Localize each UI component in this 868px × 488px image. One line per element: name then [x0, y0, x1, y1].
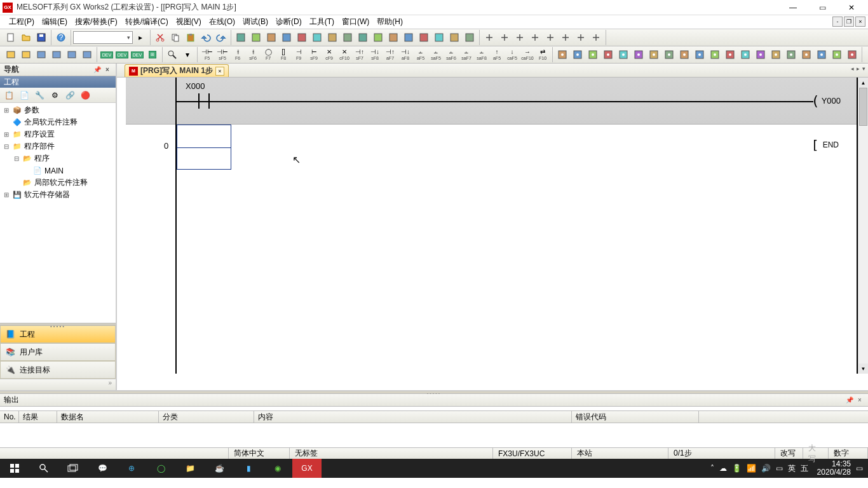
- fn-F8[interactable]: []F8: [276, 47, 290, 62]
- tree-node-5[interactable]: 📄MAIN: [0, 165, 116, 177]
- tray-up-icon[interactable]: ˄: [710, 464, 714, 473]
- menu-tool[interactable]: 工具(T): [306, 15, 338, 29]
- tree-node-6[interactable]: 📂局部软元件注释: [0, 177, 116, 189]
- tb-misc-13[interactable]: [754, 48, 768, 62]
- tb-view-2[interactable]: [34, 48, 48, 62]
- tray-network-icon[interactable]: 📶: [747, 464, 756, 473]
- menu-edit[interactable]: 编辑(E): [38, 15, 71, 29]
- tb-dev-6[interactable]: [325, 30, 339, 44]
- tb-view-4[interactable]: [65, 48, 79, 62]
- tb-nav-7[interactable]: [589, 30, 603, 44]
- tree-expander-icon[interactable]: ⊟: [3, 143, 10, 150]
- dropdown-go[interactable]: ▸: [133, 30, 147, 44]
- tab-menu-icon[interactable]: ▾: [862, 65, 865, 72]
- tab-close-button[interactable]: ×: [215, 67, 224, 76]
- taskbar-app-gxworks[interactable]: GX: [292, 459, 322, 478]
- menu-window[interactable]: 窗口(W): [338, 15, 373, 29]
- tb-dev-7[interactable]: [341, 30, 355, 44]
- output-col-4[interactable]: 内容: [254, 411, 572, 423]
- mdi-restore[interactable]: ❐: [844, 17, 854, 27]
- tb-misc-10[interactable]: [708, 48, 722, 62]
- start-button[interactable]: [0, 459, 29, 478]
- tree-node-2[interactable]: ⊞📁程序设置: [0, 128, 116, 140]
- tb-mode-1[interactable]: DEV: [115, 48, 129, 62]
- tb-misc-7[interactable]: [662, 48, 676, 62]
- tb-dev-5[interactable]: [310, 30, 324, 44]
- menu-diagnostics[interactable]: 诊断(D): [272, 15, 306, 29]
- fn-F7[interactable]: ◯F7: [261, 47, 275, 62]
- fn-saF8[interactable]: ⫠saF8: [475, 47, 489, 62]
- scroll-thumb[interactable]: [859, 88, 867, 126]
- taskbar-app-2[interactable]: ⊕: [117, 459, 146, 478]
- nav-category-1[interactable]: 📚用户库: [0, 343, 116, 361]
- nav-category-2[interactable]: 🔌连接目标: [0, 361, 116, 379]
- tab-prev-icon[interactable]: ◂: [851, 65, 854, 72]
- fn-saF6[interactable]: ⫠saF6: [444, 47, 458, 62]
- nav-tb-4[interactable]: ⚙: [48, 89, 62, 102]
- tray-battery-icon[interactable]: 🔋: [732, 464, 742, 473]
- ladder-editor[interactable]: X000 ( Y000 0 [ END ↖ ▲ ▼: [117, 78, 868, 390]
- fn-sF5[interactable]: ⊣⊢sF5: [215, 47, 229, 62]
- undo-button[interactable]: [199, 30, 213, 44]
- tray-notifications-icon[interactable]: ▭: [856, 464, 863, 473]
- nav-tb-1[interactable]: 📋: [2, 89, 16, 102]
- help-button[interactable]: ?: [54, 30, 68, 44]
- nav-tb-6[interactable]: 🔴: [78, 89, 92, 102]
- tb-misc-9[interactable]: [693, 48, 707, 62]
- tb-misc-6[interactable]: [647, 48, 661, 62]
- tree-expander-icon[interactable]: ⊞: [3, 131, 10, 138]
- fn-cF10[interactable]: ✕cF10: [337, 47, 351, 62]
- menu-help[interactable]: 帮助(H): [373, 15, 407, 29]
- taskbar-app-7[interactable]: ◉: [263, 459, 292, 478]
- mdi-minimize[interactable]: -: [832, 17, 843, 27]
- fn-sF8[interactable]: ⊣↓sF8: [368, 47, 382, 62]
- taskview-button[interactable]: [58, 459, 88, 478]
- tb-misc-0[interactable]: [555, 48, 569, 62]
- project-tree[interactable]: ⊞📦参数🔷全局软元件注释⊞📁程序设置⊟📁程序部件⊟📂程序📄MAIN📂局部软元件注…: [0, 103, 116, 323]
- tb-dev-11[interactable]: [402, 30, 416, 44]
- tb-nav-3[interactable]: [528, 30, 542, 44]
- tab-next-icon[interactable]: ▸: [857, 65, 860, 72]
- tb-dev-13[interactable]: [432, 30, 446, 44]
- fn-F10[interactable]: ⇄F10: [536, 47, 550, 62]
- menu-debug[interactable]: 调试(B): [239, 15, 272, 29]
- tray-ime-lang[interactable]: 英: [788, 463, 796, 474]
- menu-find[interactable]: 搜索/替换(F): [71, 15, 121, 29]
- tb-view-0[interactable]: [4, 48, 18, 62]
- tb-misc-8[interactable]: [677, 48, 691, 62]
- tb-dev-0[interactable]: [234, 30, 248, 44]
- tb-misc-11[interactable]: [723, 48, 737, 62]
- output-col-0[interactable]: No.: [0, 411, 19, 423]
- tree-node-4[interactable]: ⊟📂程序: [0, 152, 116, 165]
- fn-F9[interactable]: ⊣F9: [292, 47, 306, 62]
- tb-misc-12[interactable]: [738, 48, 752, 62]
- output-col-3[interactable]: 分类: [159, 411, 254, 423]
- close-button[interactable]: ✕: [843, 1, 860, 14]
- tree-node-3[interactable]: ⊟📁程序部件: [0, 140, 116, 152]
- paste-button[interactable]: [184, 30, 198, 44]
- nav-tb-3[interactable]: 🔧: [32, 89, 46, 102]
- fn-aF7[interactable]: ⊣↑aF7: [383, 47, 397, 62]
- menu-compile[interactable]: 转换/编译(C): [121, 15, 172, 29]
- tb-mode-0[interactable]: DEV: [100, 48, 114, 62]
- fn-caF10[interactable]: →caF10: [520, 47, 534, 62]
- tb-misc-3[interactable]: [601, 48, 615, 62]
- tb-dev-14[interactable]: [447, 30, 461, 44]
- fn-aF5[interactable]: ⫠aF5: [414, 47, 428, 62]
- toolbar-dropdown[interactable]: [73, 31, 133, 44]
- taskbar-app-explorer[interactable]: 📁: [175, 459, 205, 478]
- menu-online[interactable]: 在线(O): [205, 15, 239, 29]
- minimize-button[interactable]: —: [784, 1, 802, 14]
- taskbar-app-5[interactable]: ☕: [205, 459, 234, 478]
- menu-project[interactable]: 工程(P): [5, 15, 38, 29]
- tray-volume-icon[interactable]: 🔊: [761, 464, 771, 473]
- tb-misc-16[interactable]: [799, 48, 813, 62]
- fn-aF8[interactable]: ⊣↓aF8: [398, 47, 412, 62]
- tb-view-5[interactable]: [80, 48, 94, 62]
- tray-ime-icon[interactable]: ▭: [776, 464, 783, 473]
- tb-nav-4[interactable]: [543, 30, 557, 44]
- tb-misc-2[interactable]: [586, 48, 600, 62]
- tb-misc-18[interactable]: [830, 48, 844, 62]
- mdi-close[interactable]: ×: [855, 17, 865, 27]
- tb-misc-15[interactable]: [784, 48, 798, 62]
